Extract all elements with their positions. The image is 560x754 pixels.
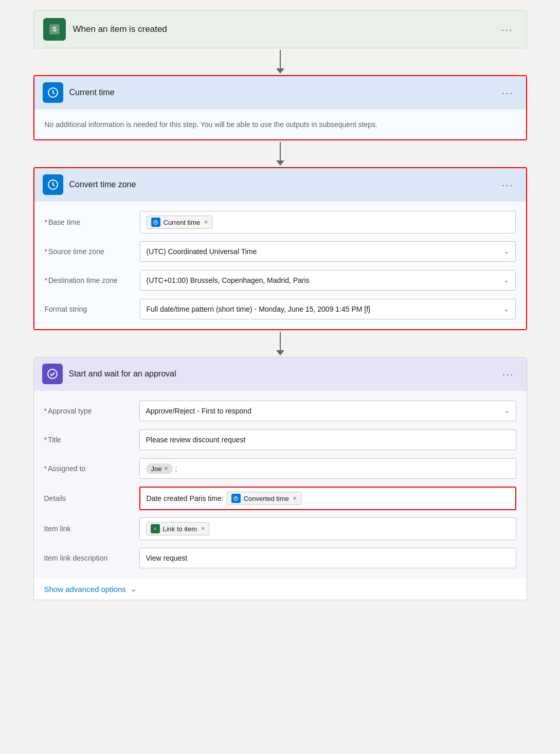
title-value: Please review discount request [146,436,246,444]
source-tz-chevron: ⌄ [504,248,509,255]
token-clock-icon [153,220,158,225]
item-link-token-label: Link to item [163,525,197,533]
format-value: Full date/time pattern (short time) - Mo… [147,305,371,313]
assigned-chip-label: Joe [151,465,162,473]
arrow-head [276,68,284,74]
base-time-input[interactable]: Current time × [140,211,516,234]
title-control[interactable]: Please review discount request [139,429,516,450]
details-label: Details [44,494,139,502]
trigger-card: S When an item is created ··· [33,10,527,48]
svg-point-5 [48,369,57,379]
dest-tz-control[interactable]: (UTC+01:00) Brussels, Copenhagen, Madrid… [140,270,516,291]
item-link-token[interactable]: S Link to item × [146,522,210,535]
dest-tz-label: *Destination time zone [45,276,140,284]
base-time-token-close[interactable]: × [204,219,208,226]
details-token-close[interactable]: × [293,495,297,502]
approval-more-button[interactable]: ··· [498,366,518,382]
source-tz-row: *Source time zone (UTC) Coordinated Univ… [45,241,516,262]
assigned-control[interactable]: Joe × ; [139,458,516,479]
item-link-row: Item link S Link to item × [44,517,516,540]
details-token[interactable]: Converted time × [227,492,301,505]
arrow-connector-3 [276,330,284,357]
dest-tz-value: (UTC+01:00) Brussels, Copenhagen, Madrid… [147,276,310,284]
trigger-icon: S [43,18,66,41]
convert-tz-title: Convert time zone [69,180,492,189]
arrow-connector-1 [276,48,284,75]
clock-icon [47,86,59,99]
format-select[interactable]: Full date/time pattern (short time) - Mo… [140,299,516,319]
approval-check-icon [46,368,59,380]
dest-tz-required: * [45,276,47,284]
approval-header: Start and wait for an approval ··· [34,357,527,391]
base-time-control[interactable]: Current time × [140,211,516,234]
assigned-required: * [44,464,47,473]
arrow-line [280,50,281,68]
convert-tz-more-button[interactable]: ··· [498,177,518,193]
current-time-card: Current time ··· No additional informati… [33,75,527,140]
approval-type-value: Approve/Reject - First to respond [146,407,251,415]
item-link-desc-row: Item link description View request [44,547,516,569]
title-input[interactable]: Please review discount request [139,429,516,450]
current-time-more-button[interactable]: ··· [498,85,518,101]
show-advanced-chevron: ⌄ [130,584,137,594]
assigned-chip-close[interactable]: × [164,465,168,472]
sharepoint-token-icon: S [152,526,158,532]
source-tz-select[interactable]: (UTC) Coordinated Universal Time ⌄ [140,241,516,262]
approval-title: Start and wait for an approval [69,369,492,379]
item-link-desc-input[interactable]: View request [139,548,516,568]
dest-tz-row: *Destination time zone (UTC+01:00) Bruss… [45,270,516,291]
svg-text:S: S [52,26,57,33]
base-time-label: *Base time [45,218,140,226]
item-link-desc-value: View request [146,554,188,562]
semicolon: ; [175,464,177,473]
details-control[interactable]: Date created Paris time: Converted time … [139,487,516,510]
format-label: Format string [45,305,140,313]
approval-type-select[interactable]: Approve/Reject - First to respond ⌄ [139,401,516,421]
current-time-title: Current time [69,88,492,97]
source-tz-required: * [45,247,47,256]
assigned-input[interactable]: Joe × ; [139,458,516,479]
current-time-body: No additional information is needed for … [34,110,526,139]
title-row: *Title Please review discount request [44,429,516,451]
show-advanced-label: Show advanced options [44,585,126,594]
approval-type-label: *Approval type [44,407,139,415]
item-link-desc-control[interactable]: View request [139,548,516,568]
approval-body: *Approval type Approve/Reject - First to… [34,391,527,578]
current-time-info: No additional information is needed for … [45,119,516,130]
item-link-desc-label: Item link description [44,554,139,562]
approval-card: Start and wait for an approval ··· *Appr… [33,357,527,600]
show-advanced-button[interactable]: Show advanced options ⌄ [34,578,527,600]
format-row: Format string Full date/time pattern (sh… [45,298,516,320]
assigned-label: *Assigned to [44,464,139,473]
assigned-chip[interactable]: Joe × [146,463,173,474]
item-link-token-close[interactable]: × [201,525,205,532]
base-time-row: *Base time Current time × [45,211,516,234]
base-time-token-label: Current time [164,219,201,226]
convert-tz-icon [43,174,63,195]
svg-text:S: S [154,527,156,530]
details-clock-icon [233,496,239,501]
arrow-line-2 [280,142,281,160]
details-token-label: Converted time [244,495,289,502]
approval-type-row: *Approval type Approve/Reject - First to… [44,400,516,422]
format-chevron: ⌄ [504,306,509,313]
source-tz-label: *Source time zone [45,247,140,256]
assigned-row: *Assigned to Joe × ; [44,458,516,479]
details-row: Details Date created Paris time: [44,487,516,510]
source-tz-control[interactable]: (UTC) Coordinated Universal Time ⌄ [140,241,516,262]
approval-icon [42,364,63,384]
convert-tz-body: *Base time Current time × [34,202,526,329]
convert-tz-header: Convert time zone ··· [34,168,526,202]
base-time-token[interactable]: Current time × [147,216,213,229]
trigger-more-button[interactable]: ··· [497,22,517,38]
source-tz-value: (UTC) Coordinated Universal Time [147,247,257,256]
current-time-icon [43,82,63,103]
details-input[interactable]: Date created Paris time: Converted time … [139,487,516,510]
dest-tz-select[interactable]: (UTC+01:00) Brussels, Copenhagen, Madrid… [140,270,516,291]
title-required: * [44,436,47,444]
format-control[interactable]: Full date/time pattern (short time) - Mo… [140,299,516,319]
item-link-input[interactable]: S Link to item × [139,517,516,540]
dest-tz-chevron: ⌄ [504,277,509,284]
item-link-control[interactable]: S Link to item × [139,517,516,540]
approval-type-control[interactable]: Approve/Reject - First to respond ⌄ [139,401,516,421]
